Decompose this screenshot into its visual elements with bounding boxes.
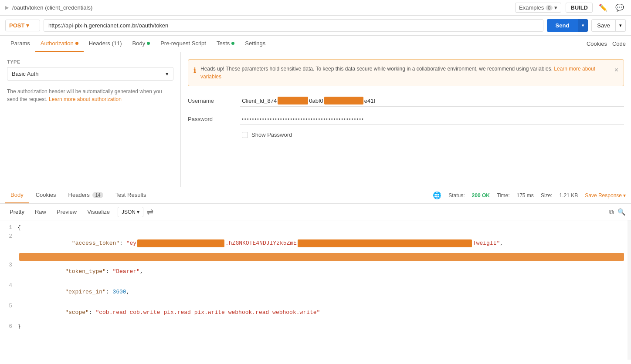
time-label: Time: [497,192,510,199]
type-label: TYPE [7,59,173,64]
username-row: Username Client_Id_874 0abf0 e41f [188,95,624,107]
send-dropdown-button[interactable]: ▾ [578,19,588,32]
view-tab-preview[interactable]: Preview [52,206,81,217]
tests-dot [231,42,234,45]
code-link[interactable]: Code [612,40,626,47]
view-tab-pretty[interactable]: Pretty [5,206,29,217]
resp-tab-cookies-label: Cookies [36,192,56,198]
save-response-chevron-icon: ▾ [623,192,626,199]
tab-prerequest-label: Pre-request Script [160,40,206,47]
view-tab-visualize[interactable]: Visualize [83,206,114,217]
username-prefix: Client_Id_874 [242,98,277,104]
route-title: /oauth/token (client_credentials) [12,4,92,11]
breadcrumb-arrow: ▶ [5,5,9,10]
top-bar-actions: Examples 0 ▾ BUILD ✏️ 💬 [515,3,626,13]
username-middle: 0abf0 [309,98,323,104]
save-button-group: Save ▾ [591,19,626,32]
auth-right-panel: ℹ Heads up! These parameters hold sensit… [181,52,631,187]
password-field: ••••••••••••••••••••••••••••••••••••••••… [240,114,624,125]
save-response-button[interactable]: Save Response ▾ [585,192,626,199]
close-banner-button[interactable]: × [614,65,618,75]
tab-settings[interactable]: Settings [240,36,271,52]
resp-tab-headers[interactable]: Headers 14 [63,187,109,203]
code-line-2: 2 "access_token": "ey.hZGNKOTE4NDJlYzk5Z… [0,233,631,261]
info-banner: ℹ Heads up! These parameters hold sensit… [188,59,624,86]
url-input[interactable] [44,19,543,32]
view-tab-visualize-label: Visualize [87,209,110,215]
code-line-6: 6 } [0,323,631,331]
auth-hint: The authorization header will be automat… [7,88,173,103]
line-content-6: } [17,323,631,331]
view-tabs: Pretty Raw Preview Visualize JSON ▾ ⇌ ⧉ … [0,204,631,220]
tab-authorization[interactable]: Authorization [35,36,84,52]
save-dropdown-button[interactable]: ▾ [615,20,625,31]
info-icon: ℹ [193,65,196,76]
top-bar: ▶ /oauth/token (client_credentials) Exam… [0,0,631,16]
code-line-5: 5 "scope": "cob.read cob.write pix.read … [0,302,631,323]
show-password-label: Show Password [251,131,292,138]
learn-more-auth-link[interactable]: Learn more about authorization [49,96,122,102]
resp-tab-test-results[interactable]: Test Results [110,187,152,203]
examples-label: Examples [519,4,544,11]
tab-headers-label: Headers (11) [89,40,122,47]
size-label: Size: [541,192,553,199]
password-row: Password •••••••••••••••••••••••••••••••… [188,114,624,125]
examples-chevron-icon: ▾ [554,4,557,11]
save-button[interactable]: Save [592,20,615,31]
tab-tests-label: Tests [217,40,230,47]
tab-authorization-label: Authorization [41,40,74,47]
send-button-group: Send ▾ [547,19,588,32]
view-tab-raw-label: Raw [35,209,46,215]
response-status: 🌐 Status: 200 OK Time: 175 ms Size: 1.21… [433,191,626,199]
resp-tab-cookies[interactable]: Cookies [31,187,61,203]
tab-settings-label: Settings [245,40,265,47]
tab-prerequest[interactable]: Pre-request Script [155,36,211,52]
body-dot [147,42,150,45]
line-num-2: 2 [0,233,17,254]
headers-count-badge: 14 [92,192,103,198]
url-bar: POST ▾ Send ▾ Save ▾ [0,16,631,36]
username-redacted-1 [278,97,308,104]
top-content: TYPE Basic Auth ▾ The authorization head… [0,52,631,187]
tab-params-label: Params [10,40,30,47]
copy-button[interactable]: ⧉ [609,208,614,216]
method-chevron-icon: ▾ [26,22,29,29]
method-select[interactable]: POST ▾ [5,20,40,31]
resp-tab-test-results-label: Test Results [115,192,146,198]
globe-icon: 🌐 [433,191,441,199]
type-select[interactable]: Basic Auth ▾ [7,67,173,81]
examples-button[interactable]: Examples 0 ▾ [515,3,561,13]
edit-icon[interactable]: ✏️ [597,3,609,13]
tab-body[interactable]: Body [127,36,156,52]
view-tab-raw[interactable]: Raw [31,206,51,217]
code-line-4: 4 "expires_in": 3600, [0,282,631,302]
line-num-5: 5 [0,303,17,322]
search-button[interactable]: 🔍 [617,208,626,216]
status-value: 200 OK [472,192,490,199]
resp-tab-body[interactable]: Body [5,187,29,203]
tab-params[interactable]: Params [5,36,35,52]
view-tab-preview-label: Preview [57,209,77,215]
username-value: Client_Id_874 0abf0 e41f [240,95,624,107]
auth-left-panel: TYPE Basic Auth ▾ The authorization head… [0,52,181,187]
wrap-lines-button[interactable]: ⇌ [147,207,153,217]
breadcrumb: ▶ /oauth/token (client_credentials) [5,4,92,11]
save-response-label: Save Response [585,192,622,199]
cookies-link[interactable]: Cookies [587,40,607,47]
build-button[interactable]: BUILD [566,3,593,13]
tab-headers[interactable]: Headers (11) [84,36,127,52]
comment-icon[interactable]: 💬 [614,3,626,13]
line-num-1: 1 [0,224,17,232]
resp-tab-headers-label: Headers [68,192,90,198]
show-password-checkbox[interactable] [242,132,248,138]
tab-tests[interactable]: Tests [211,36,240,52]
tab-body-label: Body [132,40,146,47]
format-select[interactable]: JSON ▾ [118,207,143,217]
line-num-3: 3 [0,262,17,281]
time-value: 175 ms [517,192,534,199]
view-tab-pretty-label: Pretty [10,209,24,215]
scrollbar[interactable] [628,220,631,360]
line-content-3: "token_type": "Bearer", [17,262,631,281]
type-chevron-icon: ▾ [166,71,169,77]
send-button[interactable]: Send [547,19,578,32]
